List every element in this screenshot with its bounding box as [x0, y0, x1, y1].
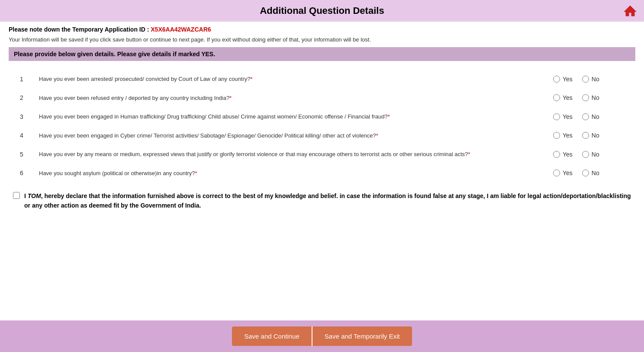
home-icon[interactable]	[623, 4, 637, 18]
radio-no-5[interactable]	[582, 151, 589, 158]
label-yes-1: Yes	[563, 76, 573, 83]
question-options-1: Yes No	[549, 70, 635, 89]
temp-id-value: X5X6AA42WAZCAR6	[151, 26, 211, 33]
save-continue-button[interactable]: Save and Continue	[232, 326, 312, 346]
question-options-2: Yes No	[549, 89, 635, 108]
radio-no-1[interactable]	[582, 76, 589, 83]
radio-no-2[interactable]	[582, 94, 589, 101]
question-number-5: 5	[9, 145, 35, 164]
questions-table: 1 Have you ever been arrested/ prosecute…	[9, 70, 635, 182]
radio-yes-1[interactable]	[553, 76, 560, 83]
table-row: 4 Have you ever been engaged in Cyber cr…	[9, 126, 635, 145]
question-options-6: Yes No	[549, 164, 635, 183]
table-row: 2 Have you ever been refused entry / dep…	[9, 89, 635, 108]
page-wrapper: Additional Question Details Please note …	[0, 0, 644, 352]
question-text-4: Have you ever been engaged in Cyber crim…	[35, 126, 549, 145]
question-text-3: Have you ever been engaged in Human traf…	[35, 107, 549, 126]
label-yes-6: Yes	[563, 170, 573, 176]
radio-yes-4[interactable]	[553, 132, 560, 139]
question-text-6: Have you sought asylum (political or oth…	[35, 164, 549, 183]
table-row: 6 Have you sought asylum (political or o…	[9, 164, 635, 183]
question-options-5: Yes No	[549, 145, 635, 164]
question-text-2: Have you ever been refused entry / depor…	[35, 89, 549, 108]
label-no-1: No	[592, 76, 599, 83]
label-no-4: No	[592, 132, 599, 139]
label-no-2: No	[592, 94, 599, 101]
label-no-5: No	[592, 151, 599, 158]
question-number-3: 3	[9, 107, 35, 126]
radio-no-6[interactable]	[582, 170, 589, 176]
radio-yes-6[interactable]	[553, 170, 560, 176]
question-options-3: Yes No	[549, 107, 635, 126]
svg-marker-0	[624, 6, 636, 16]
question-number-1: 1	[9, 70, 35, 89]
section-header: Please provide below given details. Plea…	[9, 47, 635, 61]
content-area: Please note down the Temporary Applicati…	[0, 22, 644, 320]
label-no-6: No	[592, 170, 599, 176]
save-exit-button[interactable]: Save and Temporarily Exit	[312, 326, 412, 346]
declaration-checkbox[interactable]	[13, 192, 20, 199]
question-number-6: 6	[9, 164, 35, 183]
radio-yes-3[interactable]	[553, 113, 560, 120]
question-number-4: 4	[9, 126, 35, 145]
page-title: Additional Question Details	[260, 5, 384, 16]
question-number-2: 2	[9, 89, 35, 108]
declaration-name: TOM	[28, 192, 41, 199]
radio-no-4[interactable]	[582, 132, 589, 139]
label-yes-3: Yes	[563, 113, 573, 120]
radio-no-3[interactable]	[582, 113, 589, 120]
label-yes-2: Yes	[563, 94, 573, 101]
table-row: 1 Have you ever been arrested/ prosecute…	[9, 70, 635, 89]
radio-yes-2[interactable]	[553, 94, 560, 101]
label-no-3: No	[592, 113, 599, 120]
declaration-text: I TOM, hereby declare that the informati…	[24, 191, 631, 211]
declaration-section: I TOM, hereby declare that the informati…	[9, 182, 635, 219]
footer: Save and Continue Save and Temporarily E…	[0, 320, 644, 352]
radio-yes-5[interactable]	[553, 151, 560, 158]
info-text: Your Information will be saved if you cl…	[9, 36, 635, 43]
table-row: 3 Have you ever been engaged in Human tr…	[9, 107, 635, 126]
question-text-1: Have you ever been arrested/ prosecuted/…	[35, 70, 549, 89]
question-text-5: Have you ever by any means or medium, ex…	[35, 145, 549, 164]
label-yes-4: Yes	[563, 132, 573, 139]
page-header: Additional Question Details	[0, 0, 644, 22]
label-yes-5: Yes	[563, 151, 573, 158]
question-options-4: Yes No	[549, 126, 635, 145]
table-row: 5 Have you ever by any means or medium, …	[9, 145, 635, 164]
temp-id-line: Please note down the Temporary Applicati…	[9, 26, 635, 33]
